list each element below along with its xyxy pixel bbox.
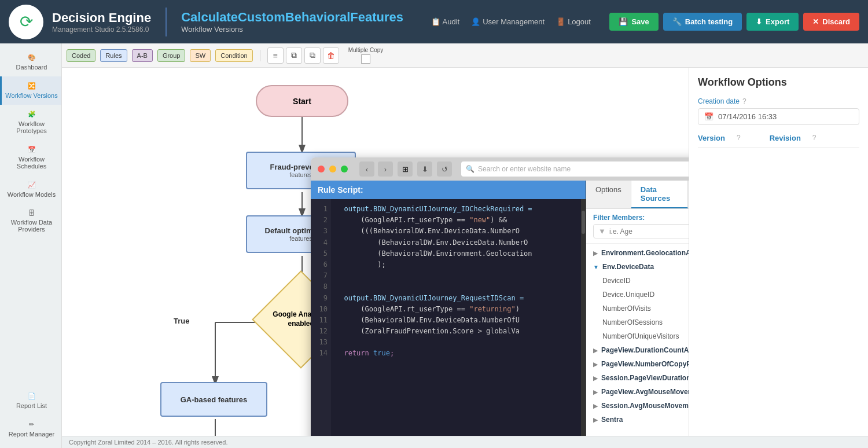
- line-numbers: 123456 789101112 1314: [311, 199, 331, 436]
- chevron-right-3-icon: ▶: [593, 361, 598, 368]
- tree-item-pageview-duration[interactable]: ▶ PageView.DurationCountAgg: [586, 343, 689, 357]
- back-button[interactable]: ‹: [359, 161, 374, 177]
- delete-icon-button[interactable]: 🗑: [323, 47, 339, 64]
- creation-date-help[interactable]: ?: [742, 97, 746, 105]
- tree-item-pageview-mouse[interactable]: ▶ PageView.AvgMouseMovementSpeed: [586, 385, 689, 399]
- coded-button[interactable]: Coded: [67, 49, 95, 62]
- footer: Copyright Zoral Limited 2014 – 2016. All…: [62, 436, 868, 448]
- tree-item-session-pageview[interactable]: ▶ Session.PageViewDurationCountAgg: [586, 371, 689, 385]
- sidebar-item-workflow-models[interactable]: 📈 Workflow Models: [0, 175, 61, 204]
- rule-script-panel: Rule Script: 123456 789101112 1314 outpu…: [311, 181, 586, 436]
- ab-button[interactable]: A-B: [132, 49, 153, 62]
- rules-button[interactable]: Rules: [100, 49, 127, 62]
- tree-item-device-unique-id[interactable]: Device.UniqueID: [586, 288, 689, 302]
- browser-address-bar[interactable]: 🔍 Search or enter website name: [461, 161, 689, 177]
- workflow-versions-icon: 🔀: [28, 82, 36, 90]
- toolbar-separator: [260, 50, 260, 61]
- audit-link[interactable]: 📋 Audit: [431, 17, 460, 26]
- tab-tests[interactable]: Tests: [688, 181, 689, 208]
- list-icon-button[interactable]: ≡: [267, 47, 284, 64]
- filter-input[interactable]: [609, 227, 689, 236]
- code-content[interactable]: output.BDW_DynamicUIJourney_IDCheckRequi…: [331, 199, 581, 436]
- multiple-copy-checkbox[interactable]: [361, 54, 370, 64]
- sidebar-item-workflow-prototypes[interactable]: 🧩 Workflow Prototypes: [0, 105, 61, 140]
- scroll-bar[interactable]: [581, 199, 586, 436]
- sidebar-toggle-button[interactable]: ⊞: [398, 161, 413, 177]
- sidebar-label-workflow-data-providers: Workflow Data Providers: [5, 219, 58, 233]
- header-action-buttons: 💾 Save 🔧 Batch testing ⬇ Export ✕ Discar…: [609, 13, 859, 31]
- tree-item-geolocation[interactable]: ▶ Environment.GeolocationAgg: [586, 246, 689, 260]
- user-management-link[interactable]: 👤 User Management: [471, 17, 545, 26]
- tree-item-sentra[interactable]: ▶ Sentra: [586, 413, 689, 427]
- logout-link[interactable]: 🚪 Logout: [556, 17, 591, 26]
- canvas[interactable]: Start Fraud-prevention features Default …: [62, 68, 689, 436]
- sidebar-item-report-list[interactable]: 📄 Report List: [0, 387, 61, 415]
- tab-options[interactable]: Options: [586, 181, 631, 208]
- multiple-copy: Multiple Copy: [348, 47, 384, 64]
- copy-icon-button[interactable]: ⧉: [286, 47, 302, 64]
- download-icon[interactable]: ⬇: [417, 161, 432, 177]
- sw-button[interactable]: SW: [190, 49, 211, 62]
- chevron-down-icon: ▼: [593, 264, 599, 270]
- condition-button[interactable]: Condition: [215, 49, 252, 62]
- ga-features-node[interactable]: GA-based features: [160, 382, 267, 417]
- traffic-light-green[interactable]: [341, 166, 348, 172]
- sidebar-item-dashboard[interactable]: 🎨 Dashboard: [0, 48, 61, 76]
- save-button[interactable]: 💾 Save: [609, 13, 658, 31]
- sidebar-item-report-manager[interactable]: ✏ Report Manager: [0, 415, 61, 443]
- chevron-right-6-icon: ▶: [593, 403, 598, 409]
- chevron-right-icon: ▶: [593, 250, 598, 256]
- tab-data-sources[interactable]: Data Sources: [631, 181, 688, 208]
- version-revision-field: Version ? Revision ?: [698, 134, 859, 148]
- tree-item-pageview-copy[interactable]: ▶ PageView.NumberOfCopyPastes: [586, 357, 689, 371]
- sidebar-label-workflow-models: Workflow Models: [8, 191, 56, 198]
- chevron-right-4-icon: ▶: [593, 375, 598, 381]
- chevron-right-5-icon: ▶: [593, 389, 598, 395]
- copy2-icon-button[interactable]: ⧉: [304, 47, 321, 64]
- tree-item-unique-visitors[interactable]: NumberOfUniqueVisitors: [586, 329, 689, 343]
- browser-titlebar: ‹ › ⊞ ⬇ ↺ 🔍 Search or enter website name…: [311, 157, 689, 181]
- sidebar-label-report-list: Report List: [16, 402, 47, 409]
- forward-button[interactable]: ›: [378, 161, 393, 177]
- chevron-right-2-icon: ▶: [593, 347, 598, 354]
- revision-help[interactable]: ?: [737, 134, 741, 142]
- search-icon: 🔍: [466, 165, 475, 173]
- tree-item-session-mouse[interactable]: ▶ Session.AvgMouseMovementSpeed: [586, 399, 689, 413]
- code-area[interactable]: 123456 789101112 1314 output.BDW_Dynamic…: [311, 199, 586, 436]
- sidebar-item-workflow-versions[interactable]: 🔀 Workflow Versions: [0, 76, 61, 105]
- sidebar-label-workflow-prototypes: Workflow Prototypes: [5, 120, 58, 134]
- calendar-icon: 📅: [704, 112, 713, 121]
- sidebar-item-workflow-data-providers[interactable]: 🗄 Workflow Data Providers: [0, 204, 61, 238]
- browser-nav: ‹ ›: [359, 161, 393, 177]
- sidebar-label-workflow-schedules: Workflow Schedules: [5, 156, 58, 170]
- data-tree: ▶ Environment.GeolocationAgg ▼ Env.Devic…: [586, 244, 689, 436]
- start-node[interactable]: Start: [256, 85, 348, 117]
- multiple-copy-label: Multiple Copy: [348, 47, 384, 53]
- workflow-options-title: Workflow Options: [698, 76, 859, 89]
- sidebar-item-workflow-schedules[interactable]: 📅 Workflow Schedules: [0, 140, 61, 175]
- traffic-light-red[interactable]: [318, 166, 325, 172]
- discard-button[interactable]: ✕ Discard: [803, 13, 859, 31]
- tree-item-number-of-visits[interactable]: NumberOfVisits: [586, 302, 689, 315]
- dashboard-icon: 🎨: [28, 54, 36, 61]
- refresh-icon[interactable]: ↺: [437, 161, 452, 177]
- sidebar-label-report-manager: Report Manager: [9, 431, 55, 438]
- tree-item-device-id[interactable]: DeviceID: [586, 274, 689, 288]
- group-button[interactable]: Group: [157, 49, 186, 62]
- revision-label: Revision: [770, 134, 801, 142]
- batch-testing-button[interactable]: 🔧 Batch testing: [663, 13, 742, 31]
- creation-date-value: 📅 07/14/2016 16:33: [698, 108, 859, 125]
- browser-content: Rule Script: 123456 789101112 1314 outpu…: [311, 181, 689, 436]
- tree-item-env-device[interactable]: ▼ Env.DeviceData: [586, 260, 689, 274]
- chevron-right-7-icon: ▶: [593, 417, 598, 423]
- filter-section: Filter Members: ▼: [586, 209, 689, 244]
- traffic-light-yellow[interactable]: [329, 166, 336, 172]
- revision2-help[interactable]: ?: [812, 134, 816, 142]
- export-button[interactable]: ⬇ Export: [746, 13, 799, 31]
- scroll-thumb[interactable]: [582, 211, 585, 234]
- sidebar-label-workflow-versions: Workflow Versions: [5, 92, 57, 99]
- workflow-name-subtitle: Workflow Versions: [181, 25, 403, 34]
- brand-title: Decision Engine: [52, 10, 151, 25]
- tree-item-number-of-sessions[interactable]: NumberOfSessions: [586, 315, 689, 329]
- top-header: ⟳ Decision Engine Management Studio 2.5.…: [0, 0, 868, 43]
